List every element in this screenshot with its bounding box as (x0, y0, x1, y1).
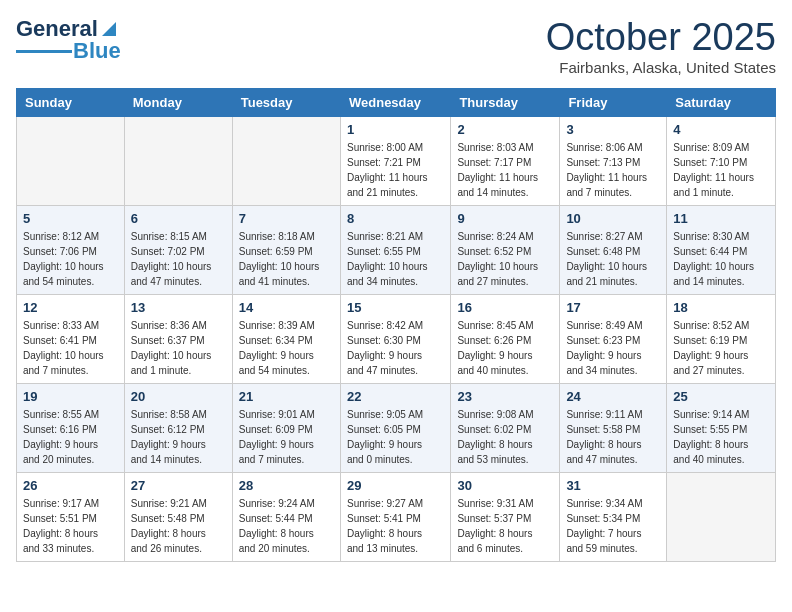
day-info: Sunrise: 9:14 AM Sunset: 5:55 PM Dayligh… (673, 407, 769, 467)
day-info: Sunrise: 8:15 AM Sunset: 7:02 PM Dayligh… (131, 229, 226, 289)
day-info: Sunrise: 9:21 AM Sunset: 5:48 PM Dayligh… (131, 496, 226, 556)
calendar-cell: 28Sunrise: 9:24 AM Sunset: 5:44 PM Dayli… (232, 473, 340, 562)
column-header-tuesday: Tuesday (232, 89, 340, 117)
title-area: October 2025 Fairbanks, Alaska, United S… (546, 16, 776, 76)
calendar-cell: 31Sunrise: 9:34 AM Sunset: 5:34 PM Dayli… (560, 473, 667, 562)
day-info: Sunrise: 8:03 AM Sunset: 7:17 PM Dayligh… (457, 140, 553, 200)
calendar-cell: 25Sunrise: 9:14 AM Sunset: 5:55 PM Dayli… (667, 384, 776, 473)
day-info: Sunrise: 8:36 AM Sunset: 6:37 PM Dayligh… (131, 318, 226, 378)
calendar-cell: 1Sunrise: 8:00 AM Sunset: 7:21 PM Daylig… (340, 117, 450, 206)
logo: General Blue (16, 16, 121, 64)
logo-line (16, 50, 72, 53)
day-info: Sunrise: 9:31 AM Sunset: 5:37 PM Dayligh… (457, 496, 553, 556)
calendar-cell (17, 117, 125, 206)
calendar-cell: 13Sunrise: 8:36 AM Sunset: 6:37 PM Dayli… (124, 295, 232, 384)
calendar-cell: 12Sunrise: 8:33 AM Sunset: 6:41 PM Dayli… (17, 295, 125, 384)
day-info: Sunrise: 8:21 AM Sunset: 6:55 PM Dayligh… (347, 229, 444, 289)
day-info: Sunrise: 8:39 AM Sunset: 6:34 PM Dayligh… (239, 318, 334, 378)
calendar-week-row: 26Sunrise: 9:17 AM Sunset: 5:51 PM Dayli… (17, 473, 776, 562)
calendar-cell: 6Sunrise: 8:15 AM Sunset: 7:02 PM Daylig… (124, 206, 232, 295)
column-header-monday: Monday (124, 89, 232, 117)
day-info: Sunrise: 9:24 AM Sunset: 5:44 PM Dayligh… (239, 496, 334, 556)
day-info: Sunrise: 9:08 AM Sunset: 6:02 PM Dayligh… (457, 407, 553, 467)
svg-marker-0 (102, 22, 116, 36)
day-info: Sunrise: 8:27 AM Sunset: 6:48 PM Dayligh… (566, 229, 660, 289)
month-title: October 2025 (546, 16, 776, 59)
day-number: 3 (566, 122, 660, 137)
day-number: 26 (23, 478, 118, 493)
day-number: 8 (347, 211, 444, 226)
calendar-cell: 10Sunrise: 8:27 AM Sunset: 6:48 PM Dayli… (560, 206, 667, 295)
day-number: 6 (131, 211, 226, 226)
day-info: Sunrise: 8:24 AM Sunset: 6:52 PM Dayligh… (457, 229, 553, 289)
day-number: 14 (239, 300, 334, 315)
day-number: 12 (23, 300, 118, 315)
calendar-cell: 11Sunrise: 8:30 AM Sunset: 6:44 PM Dayli… (667, 206, 776, 295)
day-info: Sunrise: 8:55 AM Sunset: 6:16 PM Dayligh… (23, 407, 118, 467)
calendar-header-row: SundayMondayTuesdayWednesdayThursdayFrid… (17, 89, 776, 117)
day-number: 4 (673, 122, 769, 137)
page-header: General Blue October 2025 Fairbanks, Ala… (16, 16, 776, 76)
day-number: 29 (347, 478, 444, 493)
calendar-cell: 23Sunrise: 9:08 AM Sunset: 6:02 PM Dayli… (451, 384, 560, 473)
calendar-week-row: 12Sunrise: 8:33 AM Sunset: 6:41 PM Dayli… (17, 295, 776, 384)
day-number: 10 (566, 211, 660, 226)
day-number: 22 (347, 389, 444, 404)
day-info: Sunrise: 8:52 AM Sunset: 6:19 PM Dayligh… (673, 318, 769, 378)
calendar-week-row: 5Sunrise: 8:12 AM Sunset: 7:06 PM Daylig… (17, 206, 776, 295)
day-number: 13 (131, 300, 226, 315)
calendar-cell: 20Sunrise: 8:58 AM Sunset: 6:12 PM Dayli… (124, 384, 232, 473)
calendar-cell: 21Sunrise: 9:01 AM Sunset: 6:09 PM Dayli… (232, 384, 340, 473)
day-number: 28 (239, 478, 334, 493)
calendar-cell (232, 117, 340, 206)
calendar-cell: 9Sunrise: 8:24 AM Sunset: 6:52 PM Daylig… (451, 206, 560, 295)
column-header-thursday: Thursday (451, 89, 560, 117)
day-info: Sunrise: 9:34 AM Sunset: 5:34 PM Dayligh… (566, 496, 660, 556)
day-info: Sunrise: 8:12 AM Sunset: 7:06 PM Dayligh… (23, 229, 118, 289)
column-header-sunday: Sunday (17, 89, 125, 117)
day-info: Sunrise: 9:17 AM Sunset: 5:51 PM Dayligh… (23, 496, 118, 556)
calendar-cell: 14Sunrise: 8:39 AM Sunset: 6:34 PM Dayli… (232, 295, 340, 384)
calendar-cell: 15Sunrise: 8:42 AM Sunset: 6:30 PM Dayli… (340, 295, 450, 384)
day-info: Sunrise: 8:30 AM Sunset: 6:44 PM Dayligh… (673, 229, 769, 289)
day-number: 11 (673, 211, 769, 226)
day-info: Sunrise: 8:06 AM Sunset: 7:13 PM Dayligh… (566, 140, 660, 200)
calendar-cell: 29Sunrise: 9:27 AM Sunset: 5:41 PM Dayli… (340, 473, 450, 562)
calendar-cell: 30Sunrise: 9:31 AM Sunset: 5:37 PM Dayli… (451, 473, 560, 562)
day-number: 18 (673, 300, 769, 315)
column-header-friday: Friday (560, 89, 667, 117)
day-number: 9 (457, 211, 553, 226)
day-number: 16 (457, 300, 553, 315)
day-number: 23 (457, 389, 553, 404)
calendar-cell: 22Sunrise: 9:05 AM Sunset: 6:05 PM Dayli… (340, 384, 450, 473)
day-number: 30 (457, 478, 553, 493)
day-number: 1 (347, 122, 444, 137)
calendar-table: SundayMondayTuesdayWednesdayThursdayFrid… (16, 88, 776, 562)
calendar-cell: 2Sunrise: 8:03 AM Sunset: 7:17 PM Daylig… (451, 117, 560, 206)
calendar-cell: 18Sunrise: 8:52 AM Sunset: 6:19 PM Dayli… (667, 295, 776, 384)
calendar-cell: 7Sunrise: 8:18 AM Sunset: 6:59 PM Daylig… (232, 206, 340, 295)
calendar-cell (667, 473, 776, 562)
calendar-week-row: 1Sunrise: 8:00 AM Sunset: 7:21 PM Daylig… (17, 117, 776, 206)
day-number: 2 (457, 122, 553, 137)
calendar-cell: 19Sunrise: 8:55 AM Sunset: 6:16 PM Dayli… (17, 384, 125, 473)
day-info: Sunrise: 9:11 AM Sunset: 5:58 PM Dayligh… (566, 407, 660, 467)
day-number: 7 (239, 211, 334, 226)
calendar-cell: 16Sunrise: 8:45 AM Sunset: 6:26 PM Dayli… (451, 295, 560, 384)
calendar-cell: 3Sunrise: 8:06 AM Sunset: 7:13 PM Daylig… (560, 117, 667, 206)
day-number: 15 (347, 300, 444, 315)
day-number: 27 (131, 478, 226, 493)
day-info: Sunrise: 9:01 AM Sunset: 6:09 PM Dayligh… (239, 407, 334, 467)
calendar-week-row: 19Sunrise: 8:55 AM Sunset: 6:16 PM Dayli… (17, 384, 776, 473)
day-number: 31 (566, 478, 660, 493)
calendar-cell: 26Sunrise: 9:17 AM Sunset: 5:51 PM Dayli… (17, 473, 125, 562)
day-info: Sunrise: 8:18 AM Sunset: 6:59 PM Dayligh… (239, 229, 334, 289)
location-text: Fairbanks, Alaska, United States (546, 59, 776, 76)
logo-blue: Blue (73, 38, 121, 64)
day-number: 20 (131, 389, 226, 404)
day-info: Sunrise: 8:42 AM Sunset: 6:30 PM Dayligh… (347, 318, 444, 378)
day-number: 24 (566, 389, 660, 404)
day-info: Sunrise: 8:00 AM Sunset: 7:21 PM Dayligh… (347, 140, 444, 200)
day-number: 25 (673, 389, 769, 404)
day-info: Sunrise: 9:27 AM Sunset: 5:41 PM Dayligh… (347, 496, 444, 556)
